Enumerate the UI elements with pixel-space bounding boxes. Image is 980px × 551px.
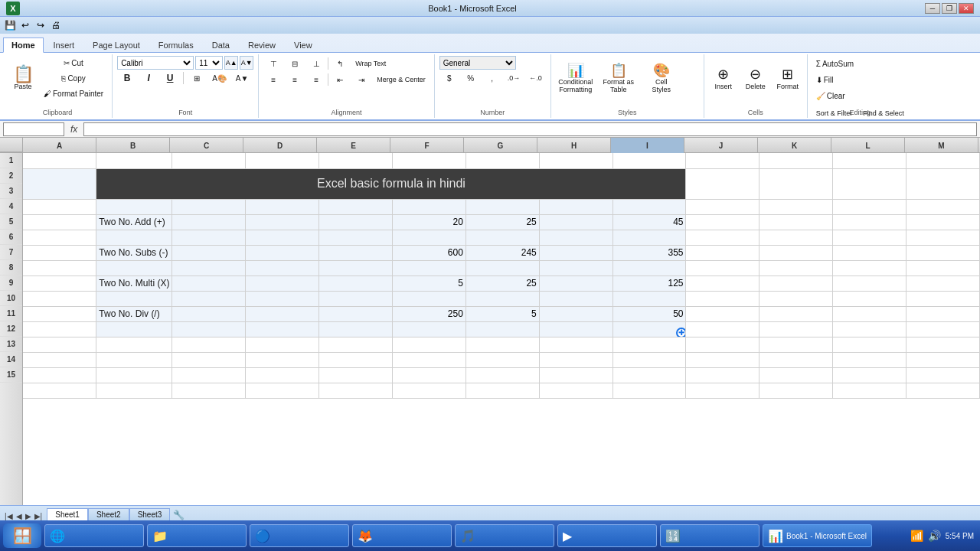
autosum-button[interactable]: Σ AutoSum [812,56,858,71]
paste-button[interactable]: 📋 Paste [8,56,38,100]
cell-a8[interactable] [23,276,96,291]
cell-c10[interactable] [172,306,246,321]
cell-k10[interactable] [760,306,833,321]
cell-a6[interactable] [23,245,96,260]
insert-button[interactable]: ⊕ Insert [709,56,738,100]
cell-e6[interactable] [319,245,393,260]
cell-b2[interactable]: Excel basic formula in hindi [96,168,686,199]
cell-h15[interactable] [539,383,612,398]
cell-b4[interactable]: Two No. Add (+) [96,214,172,230]
cell-h5[interactable] [539,230,612,245]
row-num-9[interactable]: 9 [0,276,22,291]
cell-l14[interactable] [833,367,906,383]
cell-i11[interactable]: ✚ [612,321,686,337]
cell-l8[interactable] [833,276,906,291]
cell-e9[interactable] [319,291,393,306]
align-bottom-button[interactable]: ⊥ [306,56,326,71]
col-header-b[interactable]: B [96,138,170,153]
format-as-table-button[interactable]: 📋 Format as Table [599,56,639,100]
cell-c7[interactable] [172,260,246,276]
cell-e8[interactable] [319,276,393,291]
cell-l5[interactable] [833,230,906,245]
cell-e12[interactable] [319,337,393,352]
cell-j1[interactable] [686,153,760,168]
minimize-button[interactable]: ─ [925,3,940,14]
cell-f10[interactable]: 250 [392,306,466,321]
cell-d15[interactable] [246,383,319,398]
tab-view[interactable]: View [286,37,321,52]
cell-a9[interactable] [23,291,96,306]
cell-l4[interactable] [833,214,906,230]
cell-m15[interactable] [906,383,980,398]
cell-i15[interactable] [612,383,686,398]
row-num-1[interactable]: 1 [0,153,22,168]
cell-l1[interactable] [833,153,906,168]
cell-j2[interactable] [686,168,760,199]
cell-c9[interactable] [172,291,246,306]
cell-c3[interactable] [172,199,246,214]
row-num-14[interactable]: 14 [0,352,22,367]
cell-m11[interactable] [906,321,980,337]
increase-font-button[interactable]: A▲ [224,56,238,70]
cell-g3[interactable] [466,199,539,214]
cell-e5[interactable] [319,230,393,245]
cell-l12[interactable] [833,337,906,352]
row-num-6[interactable]: 6 [0,230,22,245]
merge-center-button[interactable]: Merge & Center [373,72,430,87]
cell-e7[interactable] [319,260,393,276]
cell-f5[interactable] [392,230,466,245]
cell-f7[interactable] [392,260,466,276]
cell-j3[interactable] [686,199,760,214]
col-header-e[interactable]: E [317,138,390,153]
sheet-tab-2[interactable]: Sheet2 [88,508,129,520]
cell-l10[interactable] [833,306,906,321]
cell-a14[interactable] [23,367,96,383]
decrease-indent-button[interactable]: ⇤ [330,72,350,87]
taskbar-item-firefox[interactable]: 🦊 [352,524,452,547]
taskbar-item-excel[interactable]: 📊 Book1 - Microsoft Excel [763,524,872,547]
fill-color-button[interactable]: A🎨 [208,70,230,86]
cell-f9[interactable] [392,291,466,306]
col-header-i[interactable]: I [611,138,684,153]
cell-i6[interactable]: 355 [612,245,686,260]
taskbar-item-chrome[interactable]: 🔵 [250,524,349,547]
increase-decimal-button[interactable]: .0→ [504,70,524,86]
cell-d7[interactable] [246,260,319,276]
cell-c5[interactable] [172,230,246,245]
save-qat-icon[interactable]: 💾 [3,18,17,32]
cell-l13[interactable] [833,352,906,367]
cell-c15[interactable] [172,383,246,398]
cell-i9[interactable] [612,291,686,306]
cell-h9[interactable] [539,291,612,306]
text-direction-button[interactable]: ↰ [330,56,350,71]
row-num-11[interactable]: 11 [0,306,22,321]
cell-e1[interactable] [319,153,393,168]
col-header-f[interactable]: F [390,138,464,153]
row-num-5[interactable]: 5 [0,214,22,230]
align-middle-button[interactable]: ⊟ [285,56,305,71]
tab-data[interactable]: Data [204,37,238,52]
cell-m7[interactable] [906,260,980,276]
cell-b10[interactable]: Two No. Div (/) [96,306,172,321]
tab-formulas[interactable]: Formulas [150,37,202,52]
number-format-select[interactable]: General [439,56,516,70]
clear-button[interactable]: 🧹 Clear [812,88,849,103]
font-size-select[interactable]: 11 [195,56,223,70]
cell-k7[interactable] [760,260,833,276]
cell-d10[interactable] [246,306,319,321]
cell-b8[interactable]: Two No. Multi (X) [96,276,172,291]
cell-e14[interactable] [319,367,393,383]
cell-f11[interactable] [392,321,466,337]
cell-d3[interactable] [246,199,319,214]
cell-j11[interactable] [686,321,760,337]
col-header-c[interactable]: C [170,138,243,153]
copy-button[interactable]: ⎘ Copy [40,71,107,85]
cell-m12[interactable] [906,337,980,352]
sheet-nav-next[interactable]: ▶ [24,512,33,520]
row-num-7[interactable]: 7 [0,245,22,260]
tab-page-layout[interactable]: Page Layout [84,37,149,52]
row-num-13[interactable]: 13 [0,337,22,352]
cell-k2[interactable] [760,168,833,199]
tab-review[interactable]: Review [240,37,284,52]
cell-l2[interactable] [833,168,906,199]
